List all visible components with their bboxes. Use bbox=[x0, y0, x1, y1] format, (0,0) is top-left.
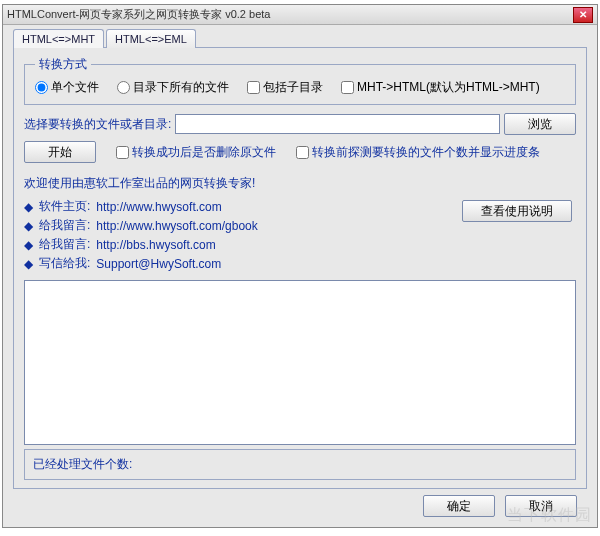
app-window: HTMLConvert-网页专家系列之网页转换专家 v0.2 beta ✕ HT… bbox=[2, 4, 598, 528]
cancel-button[interactable]: 取消 bbox=[505, 495, 577, 517]
links-block: 查看使用说明 ◆ 软件主页: http://www.hwysoft.com ◆ … bbox=[24, 196, 576, 274]
diamond-icon: ◆ bbox=[24, 219, 33, 233]
processed-label: 已经处理文件个数: bbox=[33, 457, 132, 471]
link-email-url[interactable]: Support@HwySoft.com bbox=[96, 257, 221, 271]
start-row: 开始 转换成功后是否删除原文件 转换前探测要转换的文件个数并显示进度条 bbox=[24, 141, 576, 163]
link-gbook-url[interactable]: http://www.hwysoft.com/gbook bbox=[96, 219, 257, 233]
opt-single-file[interactable]: 单个文件 bbox=[35, 79, 99, 96]
processed-group: 已经处理文件个数: bbox=[24, 449, 576, 480]
link-homepage-url[interactable]: http://www.hwysoft.com bbox=[96, 200, 221, 214]
link-bbs: ◆ 给我留言: http://bbs.hwysoft.com bbox=[24, 236, 576, 253]
opt-all-in-dir[interactable]: 目录下所有的文件 bbox=[117, 79, 229, 96]
checkbox-delete-original[interactable] bbox=[116, 146, 129, 159]
titlebar: HTMLConvert-网页专家系列之网页转换专家 v0.2 beta ✕ bbox=[3, 5, 597, 25]
log-textarea[interactable] bbox=[24, 280, 576, 445]
tab-html-eml[interactable]: HTML<=>EML bbox=[106, 29, 196, 48]
convert-mode-group: 转换方式 单个文件 目录下所有的文件 包括子目录 bbox=[24, 56, 576, 105]
tabstrip: HTML<=>MHT HTML<=>EML bbox=[13, 29, 587, 48]
check-probe-count[interactable]: 转换前探测要转换的文件个数并显示进度条 bbox=[296, 144, 540, 161]
start-button[interactable]: 开始 bbox=[24, 141, 96, 163]
link-bbs-url[interactable]: http://bbs.hwysoft.com bbox=[96, 238, 215, 252]
tab-html-mht[interactable]: HTML<=>MHT bbox=[13, 29, 104, 48]
convert-mode-legend: 转换方式 bbox=[35, 56, 91, 73]
window-title: HTMLConvert-网页专家系列之网页转换专家 v0.2 beta bbox=[7, 7, 573, 22]
opt-mht-to-html[interactable]: MHT->HTML(默认为HTML->MHT) bbox=[341, 79, 540, 96]
browse-button[interactable]: 浏览 bbox=[504, 113, 576, 135]
radio-all-in-dir[interactable] bbox=[117, 81, 130, 94]
close-button[interactable]: ✕ bbox=[573, 7, 593, 23]
diamond-icon: ◆ bbox=[24, 200, 33, 214]
welcome-text: 欢迎使用由惠软工作室出品的网页转换专家! bbox=[24, 175, 576, 192]
ok-button[interactable]: 确定 bbox=[423, 495, 495, 517]
help-button[interactable]: 查看使用说明 bbox=[462, 200, 572, 222]
x-icon: ✕ bbox=[579, 9, 587, 20]
tab-panel: 转换方式 单个文件 目录下所有的文件 包括子目录 bbox=[13, 47, 587, 489]
check-delete-original[interactable]: 转换成功后是否删除原文件 bbox=[116, 144, 276, 161]
diamond-icon: ◆ bbox=[24, 257, 33, 271]
path-input[interactable] bbox=[175, 114, 500, 134]
check-mht-to-html[interactable] bbox=[341, 81, 354, 94]
path-label: 选择要转换的文件或者目录: bbox=[24, 116, 171, 133]
check-include-subdir[interactable] bbox=[247, 81, 260, 94]
log-area-wrap bbox=[24, 280, 576, 445]
dialog-buttons: 确定 取消 bbox=[13, 489, 587, 521]
path-row: 选择要转换的文件或者目录: 浏览 bbox=[24, 113, 576, 135]
link-email: ◆ 写信给我: Support@HwySoft.com bbox=[24, 255, 576, 272]
diamond-icon: ◆ bbox=[24, 238, 33, 252]
radio-single-file[interactable] bbox=[35, 81, 48, 94]
convert-mode-options: 单个文件 目录下所有的文件 包括子目录 MHT->HTML(默认为HTML->M… bbox=[35, 79, 565, 96]
checkbox-probe-count[interactable] bbox=[296, 146, 309, 159]
opt-include-subdir[interactable]: 包括子目录 bbox=[247, 79, 323, 96]
window-body: HTML<=>MHT HTML<=>EML 转换方式 单个文件 目录下所有的文件 bbox=[3, 25, 597, 527]
